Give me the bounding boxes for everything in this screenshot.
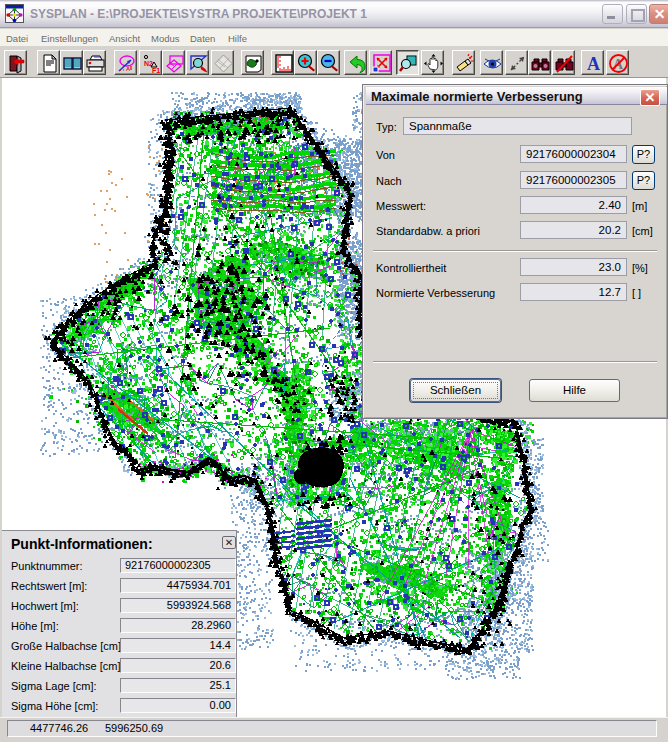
svg-text:A: A [587, 54, 600, 74]
svg-text:F1: F1 [152, 67, 160, 74]
